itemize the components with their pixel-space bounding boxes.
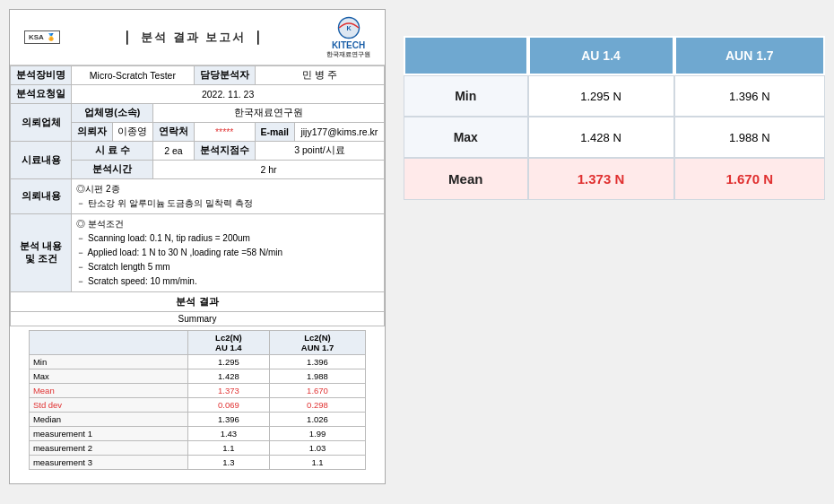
info-table: 분석장비명 Micro-Scratch Tester 담당분석자 민 병 주 분…: [10, 65, 385, 292]
date-value: 2022. 11. 23: [72, 85, 385, 104]
summary-row-v1: 1.295: [187, 355, 269, 369]
summary-row-label: Max: [29, 369, 187, 384]
kitech-icon: K: [333, 15, 365, 40]
count-value: 2 ea: [153, 142, 194, 161]
summary-row-v1: 1.1: [187, 441, 269, 456]
summary-row: measurement 21.11.03: [29, 441, 365, 456]
ksa-badge: KSA 🏅: [24, 30, 60, 44]
purpose-row: 의뢰내용 ◎시편 2종 － 탄소강 위 알루미늄 도금층의 밀착력 측정: [11, 179, 385, 214]
time-value: 2 hr: [153, 161, 385, 179]
summary-row: measurement 31.31.1: [29, 456, 365, 470]
summary-row-v2: 1.99: [269, 427, 365, 441]
kitech-sub: 한국재료연구원: [326, 50, 370, 59]
summary-row-v2: 1.026: [269, 413, 365, 427]
summary-row-v1: 0.069: [187, 398, 269, 413]
card-row-label: Max: [404, 117, 528, 158]
equipment-label: 분석장비명: [11, 66, 72, 85]
cond-line0: ◎ 분석조건: [76, 217, 379, 231]
analyst-value: 민 병 주: [255, 66, 384, 85]
summary-row-v2: 1.670: [269, 384, 365, 398]
date-label: 분석요청일: [11, 85, 72, 104]
summary-title: Summary: [10, 312, 385, 326]
summary-row-v2: 1.1: [269, 456, 365, 470]
ksa-label: KSA: [29, 33, 44, 41]
summary-header: Lc2(N) AU 1.4 Lc2(N) AUN 1.7: [29, 331, 365, 355]
conditions-content: ◎ 분석조건 － Scanning load: 0.1 N, tip radiu…: [72, 214, 385, 292]
client-label: 의뢰업체: [11, 104, 72, 142]
card-col1-header: AU 1.4: [528, 36, 674, 75]
card-row: Max1.428 N1.988 N: [404, 117, 825, 158]
client-row: 의뢰업체 업체명(소속) 한국재료연구원: [11, 104, 385, 123]
kitech-logo: K KITECH 한국재료연구원: [326, 15, 370, 59]
sample-row1: 시료내용 시 료 수 2 ea 분석지점수 3 point/시료: [11, 142, 385, 161]
summary-row: Mean1.3731.670: [29, 384, 365, 398]
summary-row-label: measurement 1: [29, 427, 187, 441]
header-left: KSA 🏅: [24, 30, 60, 44]
cond-line1: － Scanning load: 0.1 N, tip radius = 200…: [76, 231, 379, 246]
card-row: Min1.295 N1.396 N: [404, 75, 825, 117]
summary-row-v1: 1.373: [187, 384, 269, 398]
summary-row: Median1.3961.026: [29, 413, 365, 427]
analysis-result-title: 분석 결과: [10, 292, 385, 312]
summary-row-label: Mean: [29, 384, 187, 398]
summary-row-v1: 1.396: [187, 413, 269, 427]
report-title: ｜ 분석 결과 보고서 ｜: [120, 29, 266, 46]
conditions-row: 분석 내용및 조건 ◎ 분석조건 － Scanning load: 0.1 N,…: [11, 214, 385, 292]
card-row-v2: 1.988 N: [674, 117, 825, 158]
email-label: E-mail: [255, 123, 294, 142]
summary-row-v1: 1.43: [187, 427, 269, 441]
cond-line4: － Scratch speed: 10 mm/min.: [76, 274, 379, 289]
analyst-label: 담당분석자: [194, 66, 255, 85]
cond-line2: － Applied load: 1 N to 30 N ,loading rat…: [76, 246, 379, 260]
summary-row-v1: 1.428: [187, 369, 269, 384]
summary-table: Lc2(N) AU 1.4 Lc2(N) AUN 1.7 Min1.2951.3…: [29, 330, 366, 470]
kitech-label: KITECH: [332, 40, 365, 50]
company-label: 업체명(소속): [72, 104, 153, 123]
card-row-v2: 1.670 N: [674, 158, 825, 200]
cond-line3: － Scratch length 5 mm: [76, 260, 379, 274]
contact-label: 의뢰자: [72, 123, 112, 142]
page-container: KSA 🏅 ｜ 분석 결과 보고서 ｜ K KITECH 한국재료연구원: [9, 9, 825, 484]
summary-row: measurement 11.431.99: [29, 427, 365, 441]
purpose-line1: ◎시편 2종: [76, 182, 379, 196]
card-row: Mean1.373 N1.670 N: [404, 158, 825, 200]
card-table: AU 1.4 AUN 1.7 Min1.295 N1.396 NMax1.428…: [404, 36, 825, 200]
equipment-value: Micro-Scratch Tester: [72, 66, 194, 85]
card-header-row: AU 1.4 AUN 1.7: [404, 36, 825, 75]
ksa-icon: 🏅: [47, 33, 56, 41]
card-row-v1: 1.428 N: [528, 117, 674, 158]
summary-row-v2: 1.988: [269, 369, 365, 384]
points-label: 분석지점수: [194, 142, 255, 161]
contact-ext-label: 연락처: [153, 123, 194, 142]
summary-row-label: measurement 2: [29, 441, 187, 456]
summary-row-label: Median: [29, 413, 187, 427]
summary-row-label: measurement 3: [29, 456, 187, 470]
count-label: 시 료 수: [72, 142, 153, 161]
summary-row: Max1.4281.988: [29, 369, 365, 384]
card-row-label: Mean: [404, 158, 528, 200]
card-row-v1: 1.295 N: [528, 75, 674, 117]
summary-row-label: Std dev: [29, 398, 187, 413]
purpose-content: ◎시편 2종 － 탄소강 위 알루미늄 도금층의 밀착력 측정: [72, 179, 385, 214]
card-row-v1: 1.373 N: [528, 158, 674, 200]
points-value: 3 point/시료: [255, 142, 384, 161]
contact-name: 이종영: [112, 123, 152, 142]
card-row-label: Min: [404, 75, 528, 117]
report-card: KSA 🏅 ｜ 분석 결과 보고서 ｜ K KITECH 한국재료연구원: [9, 9, 386, 484]
summary-row-v2: 1.03: [269, 441, 365, 456]
report-header: KSA 🏅 ｜ 분석 결과 보고서 ｜ K KITECH 한국재료연구원: [10, 10, 385, 65]
card-corner: [404, 36, 528, 75]
time-label: 분석시간: [72, 161, 153, 179]
summary-row-v2: 0.298: [269, 398, 365, 413]
summary-row-v1: 1.3: [187, 456, 269, 470]
purpose-label: 의뢰내용: [11, 179, 72, 214]
conditions-label: 분석 내용및 조건: [11, 214, 72, 292]
email-value: jijy177@kims.re.kr: [294, 123, 384, 142]
company-value: 한국재료연구원: [153, 104, 385, 123]
summary-col-au14: Lc2(N) AU 1.4: [187, 331, 269, 355]
info-row-date: 분석요청일 2022. 11. 23: [11, 85, 385, 104]
svg-text:K: K: [346, 24, 352, 32]
summary-row: Min1.2951.396: [29, 355, 365, 369]
summary-row: Std dev0.0690.298: [29, 398, 365, 413]
purpose-line2: － 탄소강 위 알루미늄 도금층의 밀착력 측정: [76, 196, 379, 211]
